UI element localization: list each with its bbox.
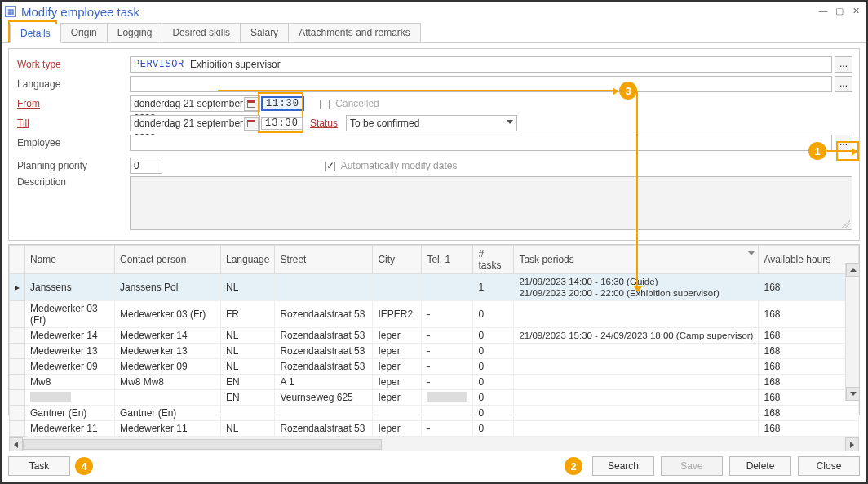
cell-tasks: 0 xyxy=(473,301,514,328)
scroll-up-button[interactable] xyxy=(846,263,860,277)
cell-language: NL xyxy=(221,421,275,437)
language-desc xyxy=(187,76,832,92)
cell-tel xyxy=(422,274,473,301)
col-street[interactable]: Street xyxy=(275,246,373,274)
table-row[interactable]: Gantner (En)Gantner (En)0168 xyxy=(10,406,859,421)
table-row[interactable]: Mw8Mw8 Mw8ENA 1Ieper-0168 xyxy=(10,375,859,390)
cancelled-checkbox[interactable] xyxy=(320,100,330,109)
row-header xyxy=(10,328,25,344)
cell-city: Ieper xyxy=(373,328,422,344)
cell-street: Rozendaalstraat 53 xyxy=(275,359,373,375)
from-time-field[interactable]: 11:30 xyxy=(261,96,304,111)
search-button[interactable]: Search xyxy=(592,456,654,476)
cell-contact: Mw8 Mw8 xyxy=(115,375,221,390)
till-date-picker-button[interactable] xyxy=(244,117,259,131)
employee-code[interactable] xyxy=(130,135,187,151)
maximize-button[interactable]: ▢ xyxy=(832,6,847,17)
cell-tasks: 0 xyxy=(473,421,514,437)
tab-salary[interactable]: Salary xyxy=(240,23,289,42)
from-date-field[interactable]: donderdag 21 september 2023 xyxy=(130,95,260,112)
delete-button[interactable]: Delete xyxy=(729,456,791,476)
horizontal-scrollbar[interactable] xyxy=(9,437,859,451)
col-city[interactable]: City xyxy=(373,246,422,274)
tab-attachments[interactable]: Attachments and remarks xyxy=(288,23,421,42)
cell-language xyxy=(221,406,275,421)
cell-city: Ieper xyxy=(373,375,422,390)
tab-origin[interactable]: Origin xyxy=(60,23,108,42)
close-window-button[interactable]: ✕ xyxy=(848,6,863,17)
cell-street xyxy=(275,406,373,421)
description-textarea[interactable] xyxy=(130,176,852,230)
col-periods[interactable]: Task periods xyxy=(514,246,759,274)
cell-periods: 21/09/2023 15:30 - 24/09/2023 18:00 (Cam… xyxy=(514,328,759,344)
cell-hours: 168 xyxy=(759,328,859,344)
row-header xyxy=(10,344,25,359)
table-row[interactable]: xENVeurnseweg 625Ieperx0168 xyxy=(10,390,859,406)
cell-tel: x xyxy=(422,390,473,406)
tab-desired-skills[interactable]: Desired skills xyxy=(162,23,241,42)
work-type-lookup-button[interactable]: ... xyxy=(835,56,852,73)
close-button[interactable]: Close xyxy=(798,456,860,476)
table-row[interactable]: Medewerker 13Medewerker 13NLRozendaalstr… xyxy=(10,344,859,359)
window-controls: — ▢ ✕ xyxy=(816,6,863,17)
task-button[interactable]: Task xyxy=(8,456,70,476)
cell-tasks: 0 xyxy=(473,406,514,421)
tab-logging[interactable]: Logging xyxy=(107,23,163,42)
language-label: Language xyxy=(16,78,130,90)
till-time-field[interactable]: 13:30 xyxy=(261,117,303,130)
auto-modify-label: Automatically modify dates xyxy=(341,160,458,171)
table-row[interactable]: Medewerker 14Medewerker 14NLRozendaalstr… xyxy=(10,328,859,344)
col-name[interactable]: Name xyxy=(25,246,115,274)
priority-label: Planning priority xyxy=(16,160,130,171)
cell-language: FR xyxy=(221,301,275,328)
scroll-right-button[interactable] xyxy=(845,437,859,451)
status-dropdown[interactable]: To be confirmed xyxy=(346,115,517,131)
calendar-icon xyxy=(247,100,255,108)
language-code[interactable] xyxy=(130,76,187,92)
table-row[interactable]: Medewerker 03 (Fr)Medewerker 03 (Fr)FRRo… xyxy=(10,301,859,328)
save-button[interactable]: Save xyxy=(661,456,723,476)
cell-language: EN xyxy=(221,375,275,390)
cell-hours: 168 xyxy=(759,406,859,421)
work-type-code[interactable]: PERVISOR xyxy=(130,56,187,73)
cell-hours: 168 xyxy=(759,274,859,301)
cell-periods xyxy=(514,421,759,437)
col-tasks[interactable]: # tasks xyxy=(473,246,514,274)
from-date-picker-button[interactable] xyxy=(244,97,259,111)
col-tel[interactable]: Tel. 1 xyxy=(422,246,473,274)
scroll-left-button[interactable] xyxy=(9,437,23,451)
row-header xyxy=(10,359,25,375)
cell-contact: Medewerker 14 xyxy=(115,328,221,344)
cell-periods: 21/09/2023 14:00 - 16:30 (Guide)21/09/20… xyxy=(514,274,759,301)
priority-field[interactable]: 0 xyxy=(130,158,162,174)
employee-lookup-button[interactable]: ... xyxy=(835,135,852,151)
col-hours[interactable]: Available hours xyxy=(759,246,859,274)
cell-city: Ieper xyxy=(373,421,422,437)
cell-city xyxy=(373,274,422,301)
row-header xyxy=(10,301,25,328)
cell-name: Mw8 xyxy=(25,375,115,390)
till-date-field[interactable]: donderdag 21 september 2023 xyxy=(130,115,260,131)
language-lookup-button[interactable]: ... xyxy=(835,76,852,92)
scroll-down-button[interactable] xyxy=(846,387,860,401)
minimize-button[interactable]: — xyxy=(816,6,830,17)
table-row[interactable]: Medewerker 11Medewerker 11NLRozendaalstr… xyxy=(10,421,859,437)
cell-periods xyxy=(514,344,759,359)
auto-modify-checkbox[interactable] xyxy=(326,162,335,171)
col-language[interactable]: Language xyxy=(221,246,275,274)
cell-periods xyxy=(514,375,759,390)
vertical-scrollbar[interactable] xyxy=(845,263,859,401)
tab-details[interactable]: Details xyxy=(10,24,61,43)
cell-tel: - xyxy=(422,421,473,437)
col-contact[interactable]: Contact person xyxy=(115,246,221,274)
cell-tasks: 0 xyxy=(473,328,514,344)
scroll-thumb[interactable] xyxy=(23,439,382,450)
callout-4: 4 xyxy=(75,457,93,475)
cell-street: A 1 xyxy=(275,375,373,390)
table-row[interactable]: ▸JanssensJanssens PolNL121/09/2023 14:00… xyxy=(10,274,859,301)
cell-periods xyxy=(514,359,759,375)
table-row[interactable]: Medewerker 09Medewerker 09NLRozendaalstr… xyxy=(10,359,859,375)
row-header xyxy=(10,375,25,390)
cell-contact: Medewerker 11 xyxy=(115,421,221,437)
cell-hours: 168 xyxy=(759,344,859,359)
